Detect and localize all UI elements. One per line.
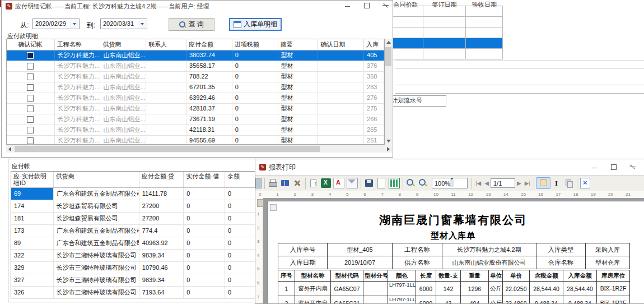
printer-icon[interactable] [268, 178, 278, 188]
payable-detail-row[interactable]: 长沙万科魅力...山东南山铝业...35658.170型材376 [7, 61, 384, 72]
column-header[interactable]: 联系人 [146, 39, 186, 50]
scroll-down-icon[interactable] [385, 137, 392, 145]
tools-icon[interactable] [292, 178, 302, 188]
ledger-row[interactable]: 89广东合和建筑五金制品有限公司40963.9200 [11, 237, 263, 250]
ledger-row[interactable]: 173广东合和建筑五金制品有限公司774.400 [11, 225, 263, 237]
chevron-down-icon[interactable] [138, 20, 146, 28]
column-header[interactable]: 实付金额-借 [184, 172, 225, 187]
export-up-icon[interactable] [309, 178, 319, 188]
single-page-icon[interactable] [377, 178, 385, 188]
ledger-row[interactable]: 181长沙坦森贸易有限公司2720000 [11, 213, 263, 225]
confirm-checkbox[interactable] [27, 63, 34, 70]
confirm-checkbox[interactable] [27, 137, 34, 144]
payable-detail-row[interactable]: 长沙万科魅力...山东南山铝业...788.220型材358 [7, 72, 384, 82]
scroll-thumb[interactable] [385, 47, 391, 66]
ledger-row[interactable]: 329长沙市三湘特种玻璃有限公司10790.4600 [11, 262, 263, 274]
prev-page-icon[interactable]: ◀ [484, 180, 489, 186]
horizontal-scrollbar[interactable] [6, 145, 392, 153]
zoom-in-icon[interactable] [406, 178, 416, 188]
zoom-level-combo[interactable]: 100% [432, 178, 468, 188]
payable-detail-row[interactable]: 长沙万科魅力...山东南山铝业...63929.460型材276 [7, 93, 384, 104]
cell: GA65C07 [331, 282, 363, 296]
minimize-button[interactable] [591, 162, 598, 172]
cell: 265 [364, 125, 384, 135]
first-page-icon[interactable]: |◀ [475, 180, 481, 186]
last-page-icon[interactable]: ▶| [525, 180, 530, 186]
confirm-checkbox[interactable] [27, 52, 34, 59]
preview-area[interactable]: 1234567 湖南巨晟门窗幕墙有限公司 型材入库单 入库单号型材_405工程名… [255, 198, 644, 303]
column-header[interactable]: 应付金额-贷 [139, 172, 184, 187]
column-header[interactable]: 确认记帐 [7, 39, 55, 50]
column-header[interactable]: 确认日期 [318, 39, 364, 50]
payable-detail-row[interactable]: 长沙万科魅力...山东南山铝业...73671.190型材266 [7, 114, 384, 125]
minimize-button[interactable] [344, 1, 351, 11]
close-button[interactable] [629, 162, 636, 172]
pdf-export-icon[interactable] [333, 178, 344, 188]
ledger-row[interactable]: 326长沙市三湘特种玻璃有限公司7193.6400 [11, 287, 263, 298]
scroll-thumb[interactable] [15, 146, 320, 152]
cell: 窗外开内扇 [295, 282, 331, 296]
titlebar[interactable]: ✎ 报表打印 [255, 159, 644, 175]
pages-grid-icon[interactable] [389, 178, 400, 188]
column-header[interactable]: 入库 [364, 39, 384, 50]
contract-row[interactable] [389, 17, 503, 27]
payable-detail-row[interactable]: 长沙万科魅力...山东南山铝业...67201.350型材283 [7, 82, 384, 93]
scroll-left-icon[interactable] [6, 145, 13, 153]
confirm-checkbox[interactable] [27, 73, 34, 80]
excel-export-icon[interactable] [321, 178, 331, 188]
scroll-up-icon[interactable] [385, 39, 392, 46]
vertical-scrollbar[interactable] [385, 39, 392, 145]
column-header[interactable]: 应-实付款明细ID [11, 172, 54, 187]
cell: 长沙坦森贸易有限公司 [54, 213, 139, 224]
mail-icon[interactable] [347, 178, 358, 188]
scroll-right-icon[interactable] [385, 145, 392, 153]
ledger-row[interactable]: 174长沙坦森贸易有限公司2720000 [11, 200, 263, 213]
maximize-button[interactable] [610, 162, 617, 172]
confirm-checkbox[interactable] [27, 127, 34, 133]
from-label: 从: [20, 21, 29, 30]
zoom-out-icon[interactable] [418, 178, 428, 188]
hand-pan-icon[interactable] [538, 178, 548, 187]
close-button[interactable] [382, 1, 389, 11]
next-page-icon[interactable]: ▶ [517, 180, 521, 186]
to-date-combo[interactable]: 2020/03/31 [100, 19, 147, 29]
ledger-row[interactable]: 327长沙市三湘特种玻璃有限公司9839.3400 [11, 274, 263, 287]
confirm-checkbox[interactable] [27, 95, 34, 102]
serial-number-field[interactable]: 计划流水号 [390, 95, 446, 107]
contract-row[interactable] [389, 49, 503, 59]
ledger-row[interactable]: 69广东合和建筑五金制品有限公司11411.7800 [11, 188, 263, 200]
sidebar-icon[interactable] [255, 178, 262, 188]
titlebar[interactable]: ✎ 应付明细记帐------当前工程: 长沙万科魅力之城4.2期------当前… [2, 1, 393, 12]
confirm-checkbox[interactable] [27, 105, 34, 112]
column-header[interactable]: 应付金额 [186, 39, 232, 50]
cell: 长沙万科魅力... [55, 93, 101, 103]
text-select-icon[interactable] [552, 178, 562, 188]
contract-row[interactable] [389, 27, 503, 38]
confirm-checkbox[interactable] [27, 84, 34, 91]
confirm-checkbox[interactable] [27, 116, 34, 123]
from-date-combo[interactable]: 2020/02/29 [32, 19, 80, 29]
payable-detail-row[interactable]: 长沙万科魅力...山东南山铝业...94555.690型材251 [7, 136, 384, 145]
column-header[interactable]: 进项税额 [232, 39, 278, 50]
contract-row[interactable] [389, 38, 503, 49]
inbound-detail-button[interactable]: 入库单明细 [229, 18, 282, 31]
book-icon[interactable] [280, 178, 290, 188]
payable-detail-row[interactable]: 长沙万科魅力...山东南山铝业...42818.370型材275 [7, 104, 384, 114]
chevron-down-icon[interactable] [450, 180, 454, 187]
ledger-row[interactable]: 322长沙市三湘特种玻璃有限公司9839.3400 [11, 250, 263, 262]
close-preview-icon[interactable] [580, 178, 590, 188]
column-header[interactable]: 供货商 [54, 172, 139, 187]
payable-detail-row[interactable]: 长沙万科魅力...山东南山铝业...42118.310型材265 [7, 125, 384, 136]
payable-detail-row[interactable]: 长沙万科魅力...山东南山铝业...38032.740型材405 [7, 50, 384, 61]
column-header[interactable]: 工程名称 [55, 39, 101, 50]
column-header[interactable]: 摘要 [278, 39, 319, 50]
chevron-down-icon[interactable] [70, 20, 78, 28]
print-setup-icon[interactable] [364, 178, 374, 188]
page-number-input[interactable]: 1/1 [491, 178, 515, 188]
maximize-button[interactable] [363, 1, 370, 11]
query-button[interactable]: 查 询 [169, 18, 214, 31]
copy-pages-icon[interactable] [564, 178, 574, 188]
cell: 27200 [139, 213, 184, 224]
report-page: 湖南巨晟门窗幕墙有限公司 型材入库单 入库单号型材_405工程名称长沙万科魅力之… [268, 201, 644, 303]
column-header[interactable]: 供货商 [100, 39, 146, 50]
